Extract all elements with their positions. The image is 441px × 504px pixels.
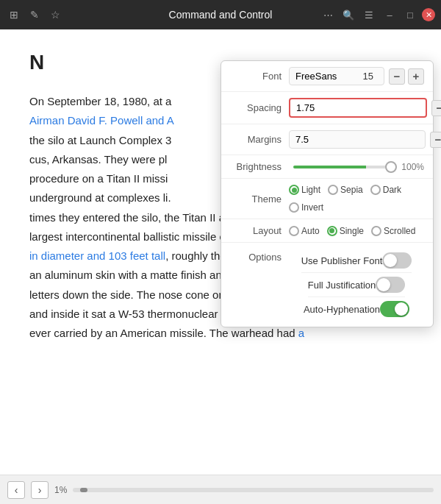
scroll-thumb[interactable] [80,488,87,492]
font-plus-button[interactable]: + [408,68,424,85]
options-row: Options Use Publisher Font Full Justific… [221,243,433,327]
titlebar: ⊞ ✎ ☆ Command and Control ⋯ 🔍 ☰ – □ ✕ [0,0,441,29]
font-size-num: 15 [363,71,373,82]
brightness-pct: 100% [401,162,424,172]
bottom-bar: ‹ › 1% [0,475,441,504]
theme-options: Light Sepia Dark Invert [289,185,424,213]
maximize-icon[interactable]: □ [401,6,419,24]
layout-scrolled-label: Scrolled [384,226,415,236]
theme-label: Theme [230,194,282,205]
theme-light-option[interactable]: Light [289,185,320,195]
theme-light-radio[interactable] [289,185,299,195]
star-icon[interactable]: ☆ [47,7,63,23]
close-icon[interactable]: ✕ [422,8,435,21]
publisher-font-toggle[interactable] [382,252,412,269]
option-publisher-font-label: Use Publisher Font [301,255,383,266]
font-label: Font [230,71,282,82]
option-full-justification-label: Full Justification [308,280,376,291]
spacing-input[interactable] [289,98,427,118]
spacing-row: Spacing − + [221,92,433,124]
layout-scrolled-radio[interactable] [371,226,381,236]
content-area: N On September 18, 1980, at a Airman Dav… [0,29,441,475]
minimize-icon[interactable]: – [381,6,398,24]
layout-scrolled-option[interactable]: Scrolled [371,226,415,236]
option-full-justification-row: Full Justification [308,273,405,297]
menu-icon[interactable]: ☰ [360,6,378,24]
font-control: FreeSans 15 − + [289,67,424,85]
theme-sepia-radio[interactable] [328,185,338,195]
theme-row: Theme Light Sepia Dark Invert [221,179,433,219]
theme-invert-option[interactable]: Invert [289,202,323,213]
margins-row: Margins − + [221,124,433,155]
book-link-a[interactable]: a [298,327,304,339]
spacing-label: Spacing [230,102,282,113]
window-title: Command and Control [169,9,273,21]
layout-auto-option[interactable]: Auto [289,226,320,236]
margins-control: − + [289,130,441,149]
option-publisher-font-row: Use Publisher Font [301,249,412,273]
spacing-minus-button[interactable]: − [431,100,441,116]
font-row: Font FreeSans 15 − + [221,61,433,92]
margins-minus-button[interactable]: − [430,132,441,148]
book-link-powell[interactable]: Airman David F. Powell and A [29,114,174,127]
auto-hyphenation-toggle[interactable] [380,301,409,317]
option-auto-hyphenation-label: Auto-Hyphenation [304,304,380,315]
theme-sepia-option[interactable]: Sepia [328,185,363,195]
options-controls: Use Publisher Font Full Justification Au… [289,249,424,321]
grid-icon[interactable]: ⊞ [6,7,22,23]
layout-single-option[interactable]: Single [327,226,364,236]
titlebar-left-icons: ⊞ ✎ ☆ [6,7,63,23]
margins-input[interactable] [289,130,426,149]
spacing-control: − + [289,98,441,118]
layout-auto-radio[interactable] [289,226,299,236]
brightness-control: 100% [293,162,424,172]
theme-invert-label: Invert [301,202,323,213]
page-percent: 1% [54,485,67,495]
margins-label: Margins [230,134,282,145]
brightness-row: Brightness 100% [221,155,433,179]
next-page-button[interactable]: › [31,481,49,499]
prev-page-button[interactable]: ‹ [7,481,25,499]
layout-single-radio[interactable] [327,226,337,236]
layout-label: Layout [230,225,282,236]
option-auto-hyphenation-row: Auto-Hyphenation [304,297,409,321]
theme-dark-option[interactable]: Dark [370,185,401,195]
search-icon[interactable]: 🔍 [340,6,357,24]
stream-icon[interactable]: ⋯ [319,6,337,24]
font-minus-button[interactable]: − [389,68,405,85]
options-label: Options [230,252,282,263]
brightness-label: Brightness [230,161,282,172]
layout-auto-label: Auto [301,226,320,236]
pencil-icon[interactable]: ✎ [26,7,43,23]
settings-panel: Font FreeSans 15 − + Spacing − + Margins [220,60,434,327]
theme-dark-radio[interactable] [370,185,381,195]
layout-row: Layout Auto Single Scrolled [221,219,433,243]
font-name-display[interactable]: FreeSans 15 [289,67,384,85]
scroll-track[interactable] [73,488,434,492]
layout-options: Auto Single Scrolled [289,226,424,236]
layout-single-label: Single [340,226,364,236]
theme-invert-radio[interactable] [289,202,299,213]
titlebar-right-icons: ⋯ 🔍 ☰ – □ ✕ [319,6,435,24]
font-name-text: FreeSans [295,71,337,82]
full-justification-toggle[interactable] [376,277,405,293]
theme-dark-label: Dark [383,185,401,195]
theme-sepia-label: Sepia [340,185,363,195]
theme-light-label: Light [301,185,320,195]
brightness-slider[interactable] [293,166,397,168]
